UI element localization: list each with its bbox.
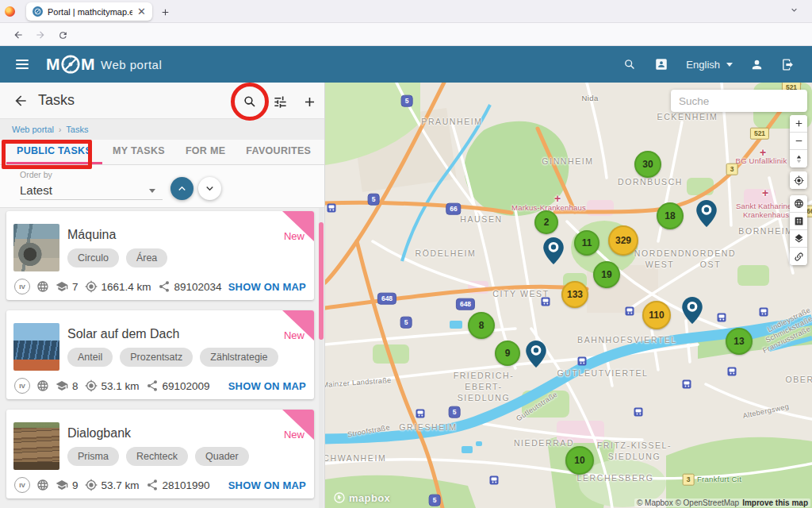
tasks-search-button[interactable] xyxy=(241,93,259,110)
task-distance: 53.7 km xyxy=(102,479,140,491)
distance-icon xyxy=(85,379,98,392)
task-cluster-marker[interactable]: 133 xyxy=(561,281,588,308)
task-cluster-marker[interactable]: 11 xyxy=(574,230,599,256)
mapbox-wordmark: mapbox xyxy=(349,492,390,504)
task-card[interactable]: New Solar auf dem Dach AnteilProzentsatz… xyxy=(6,310,314,399)
mcm-logo[interactable]: M M Web portal xyxy=(46,52,162,76)
station-icon xyxy=(626,307,634,316)
show-on-map-link[interactable]: SHOW ON MAP xyxy=(228,380,306,392)
road-badge: 66 xyxy=(446,203,461,215)
hospital-cross-icon: + xyxy=(762,186,768,201)
task-cluster-marker[interactable]: 9 xyxy=(495,341,520,366)
order-by-label: Order by xyxy=(20,170,52,179)
task-cluster-marker[interactable]: 8 xyxy=(468,312,495,339)
task-card[interactable]: New Máquina CirculoÁrea IV 7 1661.4 km 8… xyxy=(6,211,314,300)
show-on-map-link[interactable]: SHOW ON MAP xyxy=(228,281,306,293)
tab-my-tasks[interactable]: MY TASKS xyxy=(102,140,175,164)
locate-button[interactable] xyxy=(790,171,807,189)
sidenav-hamburger-icon[interactable] xyxy=(16,60,29,69)
road-badge: 5 xyxy=(368,194,380,206)
zoom-in-button[interactable] xyxy=(790,115,807,133)
community-icon[interactable] xyxy=(654,57,668,71)
back-arrow-button[interactable] xyxy=(13,93,29,109)
order-by-select[interactable]: Latest xyxy=(20,181,163,200)
hospital-cross-icon: + xyxy=(554,191,561,206)
task-count: 9 xyxy=(72,479,79,491)
language-label: English xyxy=(686,59,720,71)
station-icon xyxy=(634,408,643,417)
logo-letter-m-right: M xyxy=(81,55,95,74)
back-button[interactable] xyxy=(11,28,25,42)
logout-icon[interactable] xyxy=(781,58,795,71)
task-card[interactable]: New Dialogbank PrismaRechteckQuader IV 9… xyxy=(6,410,314,498)
map-search-input[interactable] xyxy=(671,90,807,112)
zoom-out-button[interactable] xyxy=(790,133,807,150)
task-cluster-marker[interactable]: 13 xyxy=(726,328,753,355)
breadcrumb-current-link[interactable]: Tasks xyxy=(66,125,88,134)
attribution-text[interactable]: © Mapbox © OpenStreetMap xyxy=(637,498,739,507)
task-cluster-marker[interactable]: 2 xyxy=(534,210,558,234)
task-pin-marker[interactable] xyxy=(543,237,564,264)
buildings-button[interactable] xyxy=(790,213,807,230)
task-cluster-marker[interactable]: 110 xyxy=(642,301,671,329)
header-search-icon[interactable] xyxy=(623,58,637,71)
new-badge: New xyxy=(284,230,304,242)
firefox-icon[interactable] xyxy=(5,6,15,17)
page-title: Tasks xyxy=(38,92,75,109)
task-cluster-marker[interactable]: 19 xyxy=(593,261,620,288)
tab-favourites[interactable]: FAVOURITES xyxy=(236,140,321,164)
task-count: 7 xyxy=(72,281,79,293)
task-title: Dialogbank xyxy=(67,426,131,441)
reload-button[interactable] xyxy=(56,28,70,42)
filter-tune-button[interactable] xyxy=(271,93,289,110)
browser-tab[interactable]: Portal | mathcitymap.eu ✕ xyxy=(26,2,152,21)
road-badge: 5 xyxy=(400,317,412,329)
task-count: 8 xyxy=(72,380,79,392)
sort-descending-button[interactable] xyxy=(198,177,221,200)
tilt-button[interactable] xyxy=(790,150,807,167)
sort-ascending-button[interactable] xyxy=(170,177,193,200)
map-place-label: NIEDERRAD xyxy=(514,437,574,448)
map-view[interactable]: PRAUNHEIMECKENHEIMNidaGINNHEIMDORNBUSCHH… xyxy=(325,83,812,508)
map-place-label: PRAUNHEIM xyxy=(421,116,482,127)
panel-scrollbar-thumb[interactable] xyxy=(319,222,324,340)
show-on-map-link[interactable]: SHOW ON MAP xyxy=(228,479,306,491)
map-locate-control xyxy=(790,171,807,189)
map-place-label: GRIESHEIM xyxy=(399,421,457,433)
tab-overflow-chevron-icon[interactable] xyxy=(789,5,799,15)
tab-close-icon[interactable]: ✕ xyxy=(137,6,146,17)
add-task-button[interactable] xyxy=(301,93,318,110)
map-place-label: RÖDELHEIM xyxy=(416,248,477,259)
task-distance: 1661.4 km xyxy=(102,281,151,293)
task-cluster-marker[interactable]: 18 xyxy=(657,202,684,229)
tab-for-me[interactable]: FOR ME xyxy=(175,140,236,164)
account-icon[interactable] xyxy=(750,58,764,71)
task-pin-marker[interactable] xyxy=(696,200,717,227)
forward-button[interactable] xyxy=(33,28,48,42)
station-icon xyxy=(760,308,768,317)
language-selector[interactable]: English xyxy=(686,59,733,71)
task-code: 89102034 xyxy=(174,281,222,293)
task-tags: PrismaRechteckQuader xyxy=(67,447,249,466)
map-place-label: GINNHEIM xyxy=(542,156,593,167)
task-pin-marker[interactable] xyxy=(682,297,703,324)
task-cluster-marker[interactable]: 30 xyxy=(634,151,661,178)
globe-icon xyxy=(36,280,49,293)
task-title: Máquina xyxy=(67,228,116,242)
globe-button[interactable] xyxy=(790,195,807,213)
task-cluster-marker[interactable]: 10 xyxy=(565,446,594,475)
tab-public-tasks[interactable]: PUBLIC TASKS xyxy=(6,140,102,164)
new-tab-button[interactable] xyxy=(158,5,172,19)
improve-map-link[interactable]: Improve this map xyxy=(742,498,808,507)
breadcrumb-home-link[interactable]: Web portal xyxy=(12,125,54,134)
task-cluster-marker[interactable]: 329 xyxy=(608,225,638,256)
share-link-button[interactable] xyxy=(790,248,807,265)
task-tag-chip: Área xyxy=(126,248,167,267)
task-pin-marker[interactable] xyxy=(526,341,546,368)
mapbox-logo[interactable]: mapbox xyxy=(333,491,390,504)
layers-button[interactable] xyxy=(790,230,807,248)
map-place-label: NORDEND OST xyxy=(685,248,736,270)
language-caret-icon xyxy=(726,63,733,67)
road-badge: 5 xyxy=(449,406,461,418)
road-badge: 5 xyxy=(401,95,413,107)
